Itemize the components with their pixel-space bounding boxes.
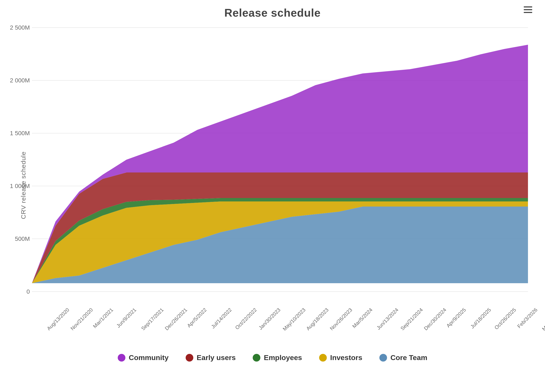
investors-dot [319,354,327,361]
legend-item-investors: Investors [319,354,362,362]
legend-item-early-users: Early users [186,354,236,362]
x-tick-12: Nov/26/2023 [328,307,353,331]
x-axis-labels [32,270,528,305]
x-tick-17: Apr/9/2025 [445,307,467,329]
menu-icon[interactable] [524,6,532,13]
chart-wrapper: CRV release schedule 0 500M 1 000M 1 500… [17,23,528,347]
y-tick-2000: 2 000M [10,77,30,84]
legend-item-employees: Employees [253,354,302,362]
early-users-dot [186,354,193,361]
y-tick-1500: 1 500M [10,130,30,137]
legend-item-community: Community [118,354,169,362]
y-tick-0: 0 [26,288,30,295]
x-tick-11: Aug/18/2023 [305,307,330,331]
x-tick-15: Sep/21/2024 [399,307,424,331]
core-team-label: Core Team [390,354,427,362]
x-labels-area: Aug/13/2020Nov/21/2020Mar/1/2021Jun/9/20… [37,307,532,345]
chart-container: Release schedule CRV release schedule 0 … [0,0,545,392]
early-users-label: Early users [197,354,236,362]
chart-title: Release schedule [224,6,321,19]
x-tick-9: Jan/30/2023 [258,307,282,331]
x-tick-3: Jun/9/2021 [115,307,137,329]
x-tick-18: Jul/18/2025 [469,307,492,330]
y-tick-2500: 2 500M [10,24,30,31]
employees-label: Employees [264,354,302,362]
y-tick-500: 500M [15,236,30,242]
core-team-dot [379,354,387,361]
x-tick-16: Dec/30/2024 [423,307,447,331]
x-tick-7: Jul/14/2022 [210,307,233,330]
x-tick-4: Sep/17/2021 [140,307,165,331]
chart-svg [32,28,528,296]
community-label: Community [129,354,169,362]
x-tick-20: Feb/3/2026 [516,307,539,330]
chart-area: 0 500M 1 000M 1 500M 2 000M 2 500M [32,28,528,305]
employees-dot [253,354,260,361]
investors-label: Investors [330,354,362,362]
x-tick-10: May/10/2023 [282,307,307,332]
x-tick-0: Aug/13/2020 [46,307,70,331]
x-tick-5: Dec/26/2021 [163,307,188,331]
y-tick-1000: 1 000M [10,183,30,189]
x-tick-8: Oct/22/2022 [234,307,258,331]
x-tick-13: Mar/5/2024 [351,307,374,330]
legend-item-core-team: Core Team [379,354,427,362]
x-tick-14: Jun/13/2024 [376,307,400,331]
x-tick-1: Nov/21/2020 [69,307,94,331]
x-tick-19: Oct/26/2025 [493,307,517,331]
legend: Community Early users Employees Investor… [118,354,427,362]
x-tick-2: Mar/1/2021 [92,307,115,330]
community-dot [118,354,125,361]
x-tick-6: Apr/5/2022 [186,307,208,329]
x-tick-21: May/14/2026 [541,307,545,332]
